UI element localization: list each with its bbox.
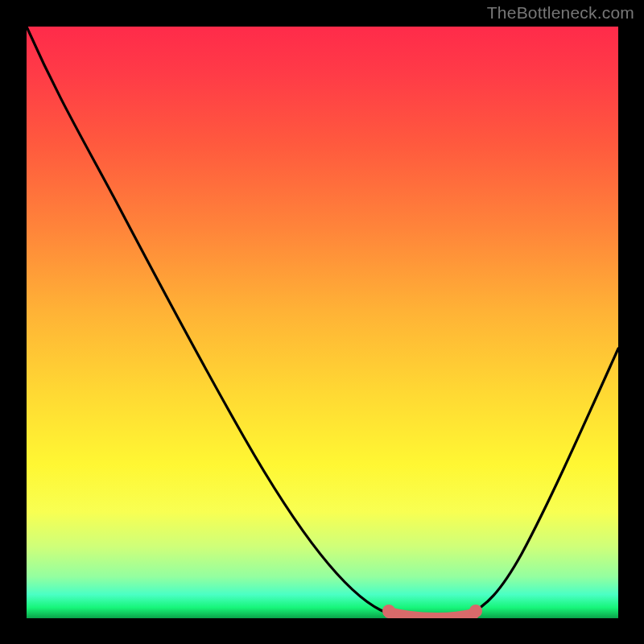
- bottleneck-chart: [27, 27, 618, 618]
- optimal-range-highlight: [389, 613, 473, 618]
- optimal-range-end-marker: [469, 605, 482, 617]
- attribution-text: TheBottleneck.com: [487, 3, 634, 23]
- optimal-range-start-marker: [382, 605, 395, 617]
- bottleneck-curve-path: [27, 27, 618, 618]
- plot-area: [27, 27, 618, 618]
